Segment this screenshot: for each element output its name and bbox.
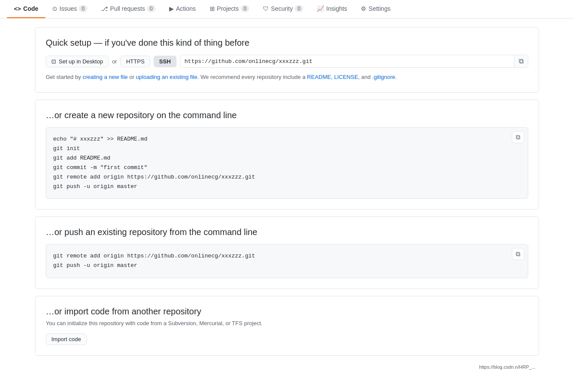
nav-label-issues: Issues — [60, 5, 77, 12]
push-existing-code: git remote add origin https://github.com… — [53, 251, 521, 270]
watermark: https://blog.csdn.n/HRP_... — [35, 363, 539, 371]
creating-new-file-link[interactable]: creating a new file — [82, 74, 128, 80]
setup-desktop-label: Set up in Desktop — [59, 58, 103, 65]
nav-label-insights: Insights — [326, 5, 347, 12]
nav-label-pull-requests: Pull requests — [110, 5, 145, 12]
new-repo-code: echo "# xxxzzz" >> README.md git init gi… — [53, 135, 521, 192]
security-icon: 🛡 — [263, 5, 269, 12]
quick-setup-title: Quick setup — if you've done this kind o… — [46, 38, 528, 48]
watermark-text: https://blog.csdn.n/HRP_... — [479, 364, 536, 370]
nav-item-security[interactable]: 🛡 Security 0 — [256, 0, 310, 18]
issues-badge: 0 — [79, 5, 87, 12]
get-started-text: Get started by creating a new file or up… — [46, 73, 528, 82]
clipboard-icon: ⧉ — [519, 57, 524, 65]
nav-label-actions: Actions — [176, 5, 196, 12]
pull-requests-icon: ⎇ — [101, 5, 108, 12]
insights-icon: 📈 — [317, 5, 324, 12]
main-content: Quick setup — if you've done this kind o… — [28, 19, 546, 380]
nav-item-settings[interactable]: ⚙ Settings — [354, 0, 397, 18]
url-row: ⊡ Set up in Desktop or HTTPS SSH ⧉ — [46, 55, 528, 68]
url-input[interactable] — [180, 56, 514, 67]
import-code-description: You can initialize this repository with … — [46, 320, 528, 326]
nav-label-security: Security — [271, 5, 293, 12]
push-existing-box: …or push an existing repository from the… — [35, 216, 539, 289]
copy-push-existing-button[interactable]: ⧉ — [512, 248, 524, 260]
https-label: HTTPS — [126, 58, 145, 65]
push-existing-code-block: git remote add origin https://github.com… — [46, 244, 528, 278]
new-repo-heading: …or create a new repository on the comma… — [46, 110, 528, 120]
new-repo-box: …or create a new repository on the comma… — [35, 100, 539, 210]
pull-requests-badge: 0 — [147, 5, 155, 12]
get-started-before: Get started by — [46, 74, 82, 80]
nav-label-settings: Settings — [369, 5, 391, 12]
issues-icon: ⊙ — [52, 5, 57, 12]
settings-icon: ⚙ — [361, 5, 366, 12]
push-existing-heading: …or push an existing repository from the… — [46, 227, 528, 237]
actions-icon: ▶ — [169, 5, 174, 12]
nav-item-actions[interactable]: ▶ Actions — [162, 0, 203, 18]
new-repo-code-block: echo "# xxxzzz" >> README.md git init gi… — [46, 127, 528, 199]
gitignore-link[interactable]: .gitignore — [372, 74, 395, 80]
copy-url-button[interactable]: ⧉ — [514, 55, 528, 67]
import-code-heading: …or import code from another repository — [46, 307, 528, 317]
and-text: , and — [358, 74, 372, 80]
code-icon: <> — [14, 5, 21, 12]
or-text2: or — [128, 74, 136, 80]
get-started-after: . We recommend every repository include … — [197, 74, 307, 80]
nav-item-issues[interactable]: ⊙ Issues 0 — [45, 0, 94, 18]
copy-new-repo-button[interactable]: ⧉ — [512, 131, 524, 143]
period: . — [395, 74, 397, 80]
projects-badge: 0 — [241, 5, 249, 12]
url-input-wrap: ⧉ — [180, 55, 528, 68]
uploading-link[interactable]: uploading an existing file — [136, 74, 197, 80]
ssh-label: SSH — [159, 58, 171, 65]
nav-label-code: Code — [23, 5, 38, 12]
import-code-label: Import code — [51, 336, 81, 342]
nav-item-code[interactable]: <> Code — [7, 0, 45, 18]
clipboard-icon-2: ⧉ — [516, 133, 520, 141]
import-code-box: …or import code from another repository … — [35, 296, 539, 356]
import-code-button[interactable]: Import code — [46, 333, 87, 345]
readme-link[interactable]: README — [307, 74, 331, 80]
nav-label-projects: Projects — [217, 5, 239, 12]
setup-desktop-button[interactable]: ⊡ Set up in Desktop — [46, 56, 109, 67]
ssh-button[interactable]: SSH — [154, 56, 177, 67]
nav-item-projects[interactable]: ⊞ Projects 0 — [203, 0, 256, 18]
nav-item-insights[interactable]: 📈 Insights — [310, 0, 354, 18]
license-link[interactable]: LICENSE — [334, 74, 358, 80]
https-button[interactable]: HTTPS — [120, 56, 150, 67]
repo-nav: <> Code ⊙ Issues 0 ⎇ Pull requests 0 ▶ A… — [0, 0, 574, 19]
projects-icon: ⊞ — [210, 5, 215, 12]
clipboard-icon-3: ⧉ — [516, 250, 520, 257]
security-badge: 0 — [295, 5, 303, 12]
quick-setup-box: Quick setup — if you've done this kind o… — [35, 27, 539, 93]
or-text: or — [112, 58, 117, 65]
nav-item-pull-requests[interactable]: ⎇ Pull requests 0 — [94, 0, 162, 18]
desktop-icon: ⊡ — [51, 58, 56, 65]
